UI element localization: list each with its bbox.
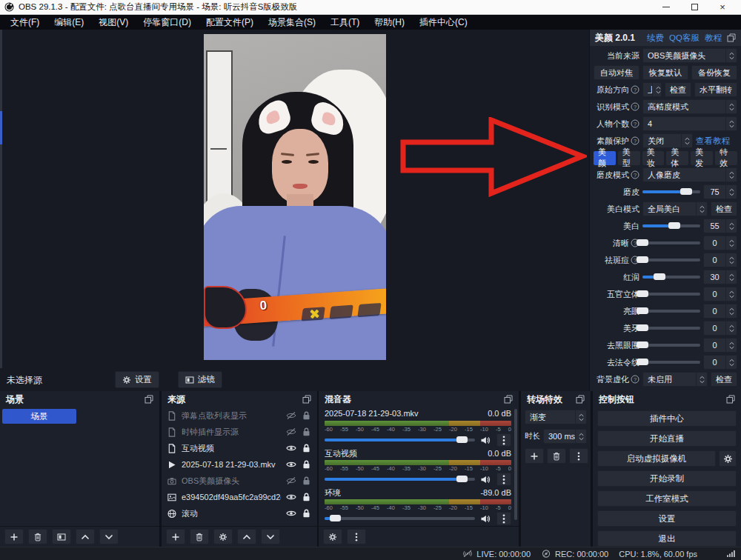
menu-item[interactable]: 场景集合(S) [261,15,323,30]
menu-item[interactable]: 停靠窗口(D) [136,15,199,30]
visibility-eye-icon[interactable] [285,444,296,452]
view-tutorial-link[interactable]: 查看教程 [696,136,737,147]
orientation-dropdown[interactable]: 上 [642,82,662,97]
recognition-dropdown[interactable]: 高精度模式 [642,99,737,114]
visibility-eye-icon[interactable] [285,412,296,419]
menu-item[interactable]: 插件中心(C) [412,15,475,30]
lock-icon[interactable] [301,427,312,436]
slider-value-spinbox[interactable]: 0 [703,236,737,250]
beauty-tab[interactable]: 美妆 [642,151,665,165]
visibility-eye-icon[interactable] [285,493,296,501]
menu-item[interactable]: 工具(T) [323,15,367,30]
preview-canvas[interactable]: 0 [0,30,589,368]
control-button[interactable]: 插件中心 [597,410,737,427]
menu-item[interactable]: 帮助(H) [367,15,412,30]
control-button[interactable]: 设置 [597,510,737,527]
scene-item[interactable]: 场景 [2,409,76,424]
source-properties-button[interactable] [213,529,233,544]
popout-icon[interactable] [726,395,735,404]
add-transition-button[interactable] [525,448,544,464]
slider-value-spinbox[interactable]: 0 [703,355,737,370]
add-scene-button[interactable] [4,529,24,544]
volume-slider[interactable] [325,474,475,484]
source-row[interactable]: 滚动 [162,505,317,521]
beauty-header-link[interactable]: QQ客服 [669,33,700,44]
slider-value-spinbox[interactable]: 55 [703,219,737,233]
speaker-icon[interactable] [480,436,491,444]
channel-menu-button[interactable] [496,473,511,486]
remove-transition-button[interactable] [547,448,566,464]
beauty-tab[interactable]: 特效 [715,151,737,165]
slider-value-spinbox[interactable]: 0 [703,338,737,353]
remove-source-button[interactable] [190,529,209,544]
visibility-eye-icon[interactable] [285,428,296,436]
scene-filters-button[interactable] [52,529,71,544]
move-scene-down-button[interactable] [99,529,119,544]
current-source-dropdown[interactable]: OBS美颜摄像头 [642,48,737,63]
channel-menu-button[interactable] [496,433,511,447]
source-row[interactable]: OBS美颜摄像头 [162,473,317,489]
beauty-slider[interactable] [642,321,700,336]
bareface-protect-dropdown[interactable]: 关闭 [642,133,693,148]
beauty-slider[interactable] [642,253,700,267]
beauty-slider[interactable] [642,236,700,250]
bg-blur-dropdown[interactable]: 未启用 [642,372,708,387]
source-row[interactable]: 时钟插件显示源 [162,424,317,440]
beauty-header-link[interactable]: 教程 [705,33,722,44]
beauty-tab[interactable]: 美颜 [594,151,616,165]
control-button[interactable]: 退出 [597,530,737,547]
beauty-action-button[interactable]: 恢复默认 [642,65,688,80]
mixer-menu-button[interactable] [347,529,366,544]
duration-spinbox[interactable]: 300 ms [543,429,587,444]
popout-icon[interactable] [576,395,585,404]
beauty-slider[interactable] [642,338,700,353]
speaker-icon[interactable] [480,476,491,484]
beauty-header-link[interactable]: 续费 [647,33,664,44]
lock-icon[interactable] [301,411,312,420]
move-source-down-button[interactable] [261,529,280,544]
popout-icon[interactable] [302,395,311,404]
beauty-slider[interactable] [642,184,700,199]
lock-icon[interactable] [301,476,312,485]
lock-icon[interactable] [301,493,312,501]
beauty-slider[interactable] [642,355,700,370]
orientation-check-button[interactable]: 检查 [665,82,691,97]
source-row[interactable]: 互动视频 [162,440,317,456]
close-button[interactable]: × [708,0,737,15]
minimize-button[interactable] [652,0,680,15]
slider-value-spinbox[interactable]: 30 [703,270,737,284]
lock-icon[interactable] [301,444,312,453]
control-button[interactable]: 开始直播 [597,430,737,447]
visibility-eye-icon[interactable] [285,461,296,468]
beauty-slider[interactable] [642,287,700,301]
source-row[interactable]: 2025-07-18 21-29-03.mkv [162,456,317,473]
visibility-eye-icon[interactable] [285,510,296,517]
beauty-slider[interactable] [642,219,700,233]
lock-icon[interactable] [301,509,312,518]
slider-value-spinbox[interactable]: 75 [703,184,737,199]
maximize-button[interactable] [680,0,708,15]
menu-item[interactable]: 编辑(E) [47,15,91,30]
slider-value-spinbox[interactable]: 0 [703,287,737,301]
control-button[interactable]: 启动虚拟摄像机 [597,450,716,467]
smooth-mode-dropdown[interactable]: 人像磨皮 [642,167,737,182]
add-source-button[interactable] [166,529,185,544]
menu-item[interactable]: 文件(F) [3,15,47,30]
popout-icon[interactable] [144,395,153,404]
menu-item[interactable]: 配置文件(P) [199,15,261,30]
channel-menu-button[interactable] [496,512,511,525]
remove-scene-button[interactable] [28,529,47,544]
popout-icon[interactable] [727,33,736,42]
source-filters-button[interactable]: 滤镜 [178,371,222,388]
control-button[interactable]: 工作室模式 [597,490,737,507]
white-mode-check-button[interactable]: 检查 [711,201,737,216]
transition-menu-button[interactable] [569,448,588,464]
menu-item[interactable]: 视图(V) [91,15,136,30]
speaker-icon[interactable] [480,515,491,523]
transition-dropdown[interactable]: 渐变 [525,410,587,424]
control-button[interactable]: 开始录制 [597,470,737,487]
source-properties-button[interactable]: 设置 [115,371,159,388]
bg-blur-check-button[interactable]: 检查 [711,372,737,387]
beauty-slider[interactable] [642,304,700,319]
slider-value-spinbox[interactable]: 0 [703,321,737,336]
